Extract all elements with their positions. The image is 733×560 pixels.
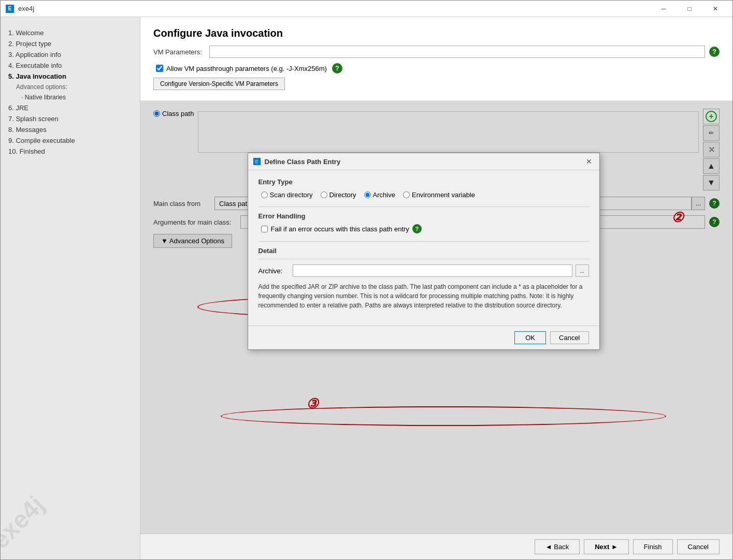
error-checkbox[interactable]	[261, 226, 268, 232]
modal-separator-1	[258, 207, 589, 207]
app-icon: E	[6, 5, 14, 13]
titlebar: E exe4j ─ □ ✕	[1, 1, 732, 17]
allow-vm-checkbox[interactable]	[156, 65, 163, 72]
sidebar-item-finished[interactable]: 10. Finished	[8, 146, 132, 157]
detail-label: Detail	[258, 247, 589, 255]
window-title: exe4j	[18, 5, 648, 12]
allow-vm-label: Allow VM passthrough parameters (e.g. -J…	[166, 65, 327, 72]
detail-separator	[258, 259, 589, 259]
radio-directory[interactable]: Directory	[321, 191, 356, 199]
sidebar-item-splash-screen[interactable]: 7. Splash screen	[8, 113, 132, 124]
modal-description: Add the specified JAR or ZIP archive to …	[258, 282, 589, 310]
define-classpath-modal: E Define Class Path Entry ✕ Entry Type	[248, 153, 600, 350]
detail-section: Detail Archive: ...	[258, 247, 589, 277]
next-button[interactable]: Next ►	[584, 539, 629, 554]
allow-vm-passthrough-row: Allow VM passthrough parameters (e.g. -J…	[153, 63, 720, 73]
vm-params-input[interactable]	[209, 46, 705, 58]
modal-body: Entry Type Scan directory Directory	[248, 170, 599, 326]
cancel-button[interactable]: Cancel	[677, 539, 720, 554]
modal-footer: OK Cancel	[248, 326, 599, 349]
entry-type-label: Entry Type	[258, 178, 589, 186]
radio-env-variable[interactable]: Environment variable	[403, 191, 475, 199]
radio-archive[interactable]: Archive	[364, 191, 395, 199]
bottom-bar: ◄ Back Next ► Finish Cancel	[140, 534, 732, 559]
sidebar-watermark: exe4j	[1, 490, 50, 554]
back-button[interactable]: ◄ Back	[535, 539, 580, 554]
content-area: Configure Java invocation VM Parameters:…	[140, 17, 732, 559]
sidebar-item-advanced-options-label: Advanced options:	[8, 82, 132, 92]
modal-separator-2	[258, 241, 589, 242]
sidebar-item-native-libraries[interactable]: · Native libraries	[8, 92, 132, 102]
content-header: Configure Java invocation VM Parameters:…	[140, 17, 732, 101]
archive-label: Archive:	[258, 267, 290, 275]
error-handling-label: Error Handling	[258, 212, 589, 220]
finish-button[interactable]: Finish	[633, 539, 673, 554]
error-help-icon[interactable]: ?	[412, 224, 422, 233]
error-handling-section: Error Handling Fail if an error occurs w…	[258, 212, 589, 233]
content-body: Class path + ✏ ✕ ▲ ▼	[140, 101, 732, 534]
page-title: Configure Java invocation	[153, 27, 720, 39]
close-button[interactable]: ✕	[703, 1, 727, 17]
vm-params-help-icon[interactable]: ?	[709, 47, 720, 57]
sidebar: 1. Welcome 2. Project type 3. Applicatio…	[1, 17, 140, 559]
modal-icon: E	[253, 158, 261, 165]
entry-type-radio-row: Scan directory Directory Archive	[258, 191, 589, 199]
archive-input[interactable]	[293, 264, 572, 277]
modal-close-button[interactable]: ✕	[584, 156, 594, 167]
sidebar-item-app-info[interactable]: 3. Application info	[8, 49, 132, 60]
titlebar-buttons: ─ □ ✕	[652, 1, 727, 17]
modal-overlay: E Define Class Path Entry ✕ Entry Type	[140, 101, 732, 534]
sidebar-item-java-invocation[interactable]: 5. Java invocation	[8, 71, 132, 82]
archive-browse-button[interactable]: ...	[576, 264, 589, 277]
sidebar-item-jre[interactable]: 6. JRE	[8, 102, 132, 113]
vm-params-label: VM Parameters:	[153, 48, 205, 56]
vm-parameters-row: VM Parameters: ?	[153, 46, 720, 58]
sidebar-item-exe-info[interactable]: 4. Executable info	[8, 60, 132, 71]
maximize-button[interactable]: □	[678, 1, 701, 17]
radio-scan-directory[interactable]: Scan directory	[261, 191, 313, 199]
configure-vm-button[interactable]: Configure Version-Specific VM Parameters	[153, 78, 285, 90]
sidebar-item-messages[interactable]: 8. Messages	[8, 124, 132, 135]
archive-row: Archive: ...	[258, 264, 589, 277]
modal-titlebar: E Define Class Path Entry ✕	[248, 153, 599, 170]
modal-cancel-button[interactable]: Cancel	[550, 331, 588, 344]
modal-title: Define Class Path Entry	[265, 158, 580, 166]
error-checkbox-label: Fail if an error occurs with this class …	[271, 225, 409, 233]
sidebar-item-project-type[interactable]: 2. Project type	[8, 38, 132, 49]
sidebar-item-welcome[interactable]: 1. Welcome	[8, 27, 132, 38]
minimize-button[interactable]: ─	[652, 1, 675, 17]
sidebar-item-compile-exe[interactable]: 9. Compile executable	[8, 135, 132, 146]
allow-vm-help-icon[interactable]: ?	[332, 63, 342, 73]
modal-ok-button[interactable]: OK	[514, 331, 546, 344]
error-checkbox-row: Fail if an error occurs with this class …	[258, 224, 589, 233]
